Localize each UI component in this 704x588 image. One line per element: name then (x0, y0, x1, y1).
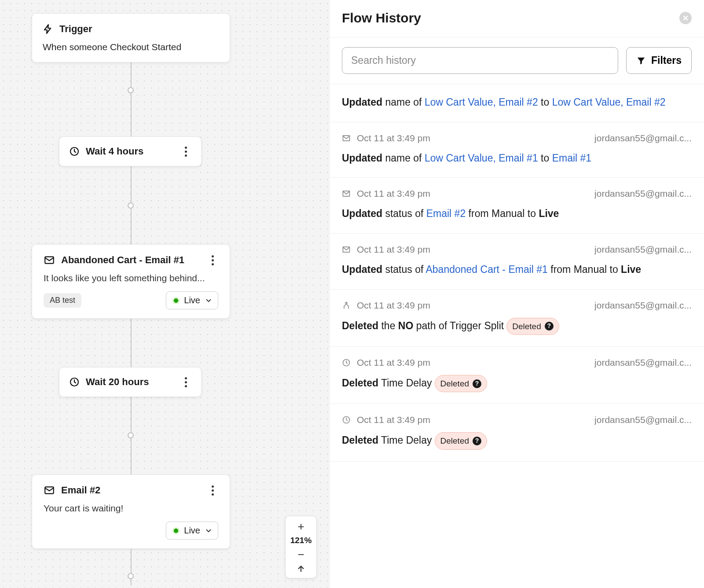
bolt-icon (43, 24, 53, 34)
clock-icon (69, 377, 80, 387)
close-button[interactable] (679, 12, 692, 24)
history-link[interactable]: Low Cart Value, Email #2 (552, 96, 666, 108)
trigger-card[interactable]: Trigger When someone Checkout Started (32, 13, 230, 62)
filters-button[interactable]: Filters (626, 47, 692, 74)
ab-test-badge: AB test (44, 293, 81, 308)
history-link[interactable]: Email #2 (426, 208, 466, 219)
deleted-badge: Deleted? (435, 432, 488, 449)
live-indicator-icon (172, 297, 180, 304)
history-item[interactable]: Oct 11 at 3:49 pmjordansan55@gmail.c...U… (330, 122, 704, 178)
history-meta: Oct 11 at 3:49 pmjordansan55@gmail.c... (342, 244, 692, 255)
mail-icon (342, 134, 351, 143)
history-text: Updated name of Low Cart Value, Email #2… (342, 95, 692, 110)
history-timestamp: Oct 11 at 3:49 pm (357, 357, 430, 368)
wait-card[interactable]: Wait 4 hours (59, 136, 202, 166)
history-text: Deleted Time DelayDeleted? (342, 432, 692, 449)
zoom-out-button[interactable]: − (297, 549, 304, 560)
flow-canvas[interactable]: Trigger When someone Checkout Started Wa… (0, 0, 329, 588)
email-card[interactable]: Abandoned Cart - Email #1 It looks like … (32, 244, 230, 319)
history-user: jordansan55@gmail.c... (594, 357, 692, 368)
history-timestamp: Oct 11 at 3:49 pm (357, 188, 430, 199)
status-label: Live (184, 295, 200, 305)
filter-icon (636, 56, 646, 66)
wait-label: Wait 20 hours (86, 376, 149, 388)
history-item[interactable]: Updated name of Low Cart Value, Email #2… (330, 84, 704, 122)
help-icon[interactable]: ? (473, 437, 481, 445)
status-dropdown[interactable]: Live (166, 522, 218, 540)
more-menu-button[interactable] (180, 147, 191, 157)
email-preview: It looks like you left something behind.… (44, 273, 218, 283)
mail-icon (342, 189, 351, 198)
zoom-in-button[interactable]: + (297, 521, 304, 532)
history-item[interactable]: Oct 11 at 3:49 pmjordansan55@gmail.c...U… (330, 178, 704, 234)
clock-icon (342, 415, 351, 424)
help-icon[interactable]: ? (545, 322, 554, 331)
history-link[interactable]: Low Cart Value, Email #1 (425, 152, 538, 164)
connector-dot (128, 202, 134, 209)
wait-label: Wait 4 hours (86, 146, 143, 157)
connector-dot (128, 573, 134, 579)
mail-icon (44, 485, 55, 496)
status-label: Live (184, 526, 200, 536)
history-timestamp: Oct 11 at 3:49 pm (357, 133, 430, 143)
zoom-controls: + 121% − (285, 516, 317, 578)
more-menu-button[interactable] (207, 485, 218, 496)
history-text: Updated status of Email #2 from Manual t… (342, 206, 692, 222)
search-input[interactable] (342, 47, 618, 74)
live-indicator-icon (172, 527, 180, 534)
flow-history-panel: Flow History Filters Updated name of Low… (329, 0, 704, 588)
history-meta: Oct 11 at 3:49 pmjordansan55@gmail.c... (342, 300, 692, 311)
history-user: jordansan55@gmail.c... (594, 300, 692, 311)
email-title: Abandoned Cart - Email #1 (61, 254, 184, 266)
history-timestamp: Oct 11 at 3:49 pm (357, 300, 430, 311)
email-preview: Your cart is waiting! (44, 503, 218, 514)
mail-icon (44, 254, 55, 266)
connector-dot (128, 87, 134, 93)
history-item[interactable]: Oct 11 at 3:49 pmjordansan55@gmail.c...D… (330, 290, 704, 347)
more-menu-button[interactable] (207, 255, 218, 265)
history-text: Deleted Time DelayDeleted? (342, 375, 692, 392)
history-user: jordansan55@gmail.c... (594, 133, 692, 143)
connector-dot (128, 432, 134, 438)
more-menu-button[interactable] (180, 377, 191, 387)
email-title: Email #2 (61, 485, 100, 496)
history-item[interactable]: Oct 11 at 3:49 pmjordansan55@gmail.c...D… (330, 404, 704, 461)
status-dropdown[interactable]: Live (166, 291, 218, 309)
history-meta: Oct 11 at 3:49 pmjordansan55@gmail.c... (342, 188, 692, 199)
history-link[interactable]: Low Cart Value, Email #2 (425, 96, 538, 108)
split-icon (342, 301, 351, 310)
history-item[interactable]: Oct 11 at 3:49 pmjordansan55@gmail.c...D… (330, 347, 704, 404)
deleted-badge: Deleted? (435, 375, 488, 392)
history-user: jordansan55@gmail.c... (594, 244, 692, 255)
history-timestamp: Oct 11 at 3:49 pm (357, 415, 430, 425)
history-timestamp: Oct 11 at 3:49 pm (357, 244, 430, 255)
trigger-description: When someone Checkout Started (43, 42, 219, 52)
history-item[interactable]: Oct 11 at 3:49 pmjordansan55@gmail.c...U… (330, 234, 704, 290)
mail-icon (342, 245, 351, 254)
email-card[interactable]: Email #2 Your cart is waiting! Live (32, 474, 230, 549)
history-list[interactable]: Updated name of Low Cart Value, Email #2… (330, 84, 704, 588)
help-icon[interactable]: ? (473, 379, 481, 388)
zoom-level: 121% (290, 536, 312, 545)
history-text: Deleted the NO path of Trigger SplitDele… (342, 318, 692, 335)
deleted-badge: Deleted? (506, 318, 559, 335)
clock-icon (69, 146, 80, 157)
chevron-down-icon (205, 527, 213, 535)
clock-icon (342, 358, 351, 367)
trigger-title: Trigger (59, 23, 92, 35)
filters-label: Filters (651, 55, 682, 66)
chevron-down-icon (205, 297, 213, 305)
panel-title: Flow History (342, 11, 421, 26)
history-meta: Oct 11 at 3:49 pmjordansan55@gmail.c... (342, 357, 692, 368)
reset-view-button[interactable] (296, 564, 306, 573)
wait-card[interactable]: Wait 20 hours (59, 367, 202, 397)
history-user: jordansan55@gmail.c... (594, 188, 692, 199)
history-meta: Oct 11 at 3:49 pmjordansan55@gmail.c... (342, 133, 692, 143)
history-link[interactable]: Abandoned Cart - Email #1 (425, 264, 547, 275)
history-user: jordansan55@gmail.c... (594, 415, 692, 425)
history-text: Updated status of Abandoned Cart - Email… (342, 262, 692, 278)
history-meta: Oct 11 at 3:49 pmjordansan55@gmail.c... (342, 415, 692, 425)
history-text: Updated name of Low Cart Value, Email #1… (342, 151, 692, 166)
history-link[interactable]: Email #1 (552, 152, 591, 164)
